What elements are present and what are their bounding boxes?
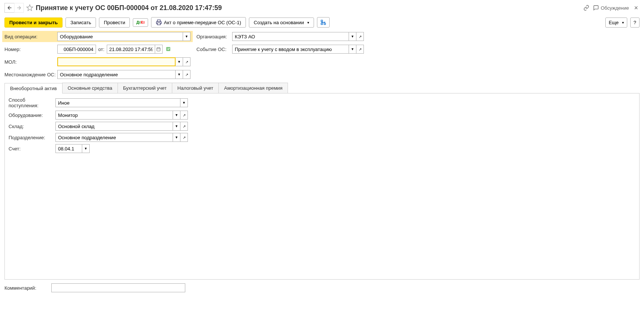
op-type-row: Вид операции: ▼: [2, 31, 193, 42]
org-open[interactable]: ↗: [356, 32, 364, 41]
equipment-row: Оборудование: ▼ ↗: [9, 111, 635, 120]
toolbar: Провести и закрыть Записать Провести ДтК…: [4, 17, 640, 28]
forward-button[interactable]: [14, 3, 24, 13]
department-row: Подразделение: ▼ ↗: [9, 133, 635, 142]
number-row: Номер: от:: [4, 45, 190, 54]
discussion-label: Обсуждение: [601, 5, 629, 11]
page-title: Принятие к учету ОС 00БП-000004 от 21.08…: [36, 4, 583, 12]
back-button[interactable]: [4, 3, 14, 13]
form-header-grid: Вид операции: ▼ Организация: ▼ ↗ Номер: …: [4, 32, 640, 79]
save-button[interactable]: Записать: [65, 18, 96, 28]
tab-depreciation-bonus[interactable]: Амортизационная премия: [218, 83, 288, 93]
account-label: Счет:: [9, 146, 55, 152]
help-button[interactable]: ?: [630, 18, 640, 28]
tab-non-current-asset[interactable]: Внеоборотный актив: [4, 83, 63, 93]
equipment-dropdown[interactable]: ▼: [173, 111, 180, 120]
mol-dropdown[interactable]: ▼: [176, 57, 183, 66]
equipment-input[interactable]: [55, 111, 173, 120]
event-dropdown[interactable]: ▼: [349, 45, 356, 54]
department-input[interactable]: [55, 133, 173, 142]
account-dropdown[interactable]: ▼: [82, 144, 90, 153]
org-input[interactable]: [232, 32, 349, 41]
op-type-input[interactable]: [57, 32, 183, 41]
date-input[interactable]: [107, 45, 155, 54]
number-input[interactable]: [57, 45, 96, 54]
warehouse-row: Склад: ▼ ↗: [9, 122, 635, 131]
link-icon: [583, 5, 589, 11]
event-row: Событие ОС: ▼ ↗: [196, 45, 364, 54]
location-input[interactable]: [57, 70, 176, 79]
svg-rect-1: [324, 23, 326, 25]
department-label: Подразделение:: [9, 135, 55, 140]
location-dropdown[interactable]: ▼: [176, 70, 183, 79]
number-label: Номер:: [4, 47, 57, 52]
create-based-button[interactable]: Создать на основании: [249, 18, 314, 28]
equipment-open[interactable]: ↗: [180, 111, 188, 120]
mol-input[interactable]: [57, 57, 176, 66]
calendar-icon: [156, 47, 161, 51]
post-button[interactable]: Провести: [99, 18, 130, 28]
warehouse-open[interactable]: ↗: [180, 122, 188, 131]
svg-rect-3: [157, 48, 160, 51]
comment-row: Комментарий:: [4, 283, 640, 292]
post-close-button[interactable]: Провести и закрыть: [4, 18, 63, 28]
receipt-mode-dropdown[interactable]: ▼: [180, 98, 188, 107]
close-button[interactable]: ×: [632, 4, 640, 12]
department-open[interactable]: ↗: [180, 133, 188, 142]
structure-button[interactable]: [317, 17, 330, 28]
op-type-label: Вид операции:: [4, 34, 57, 39]
posted-status-icon: [166, 46, 172, 52]
link-button[interactable]: [583, 5, 589, 11]
dt-kt-icon: ДтКт: [136, 20, 145, 25]
org-label: Организация:: [196, 34, 232, 39]
receipt-mode-label: Способ поступления:: [9, 97, 55, 108]
header-bar: Принятие к учету ОС 00БП-000004 от 21.08…: [4, 3, 640, 13]
equipment-label: Оборудование:: [9, 112, 55, 118]
arrow-left-icon: [7, 5, 13, 11]
tab-accounting[interactable]: Бухгалтерский учет: [118, 83, 172, 93]
receipt-mode-row: Способ поступления: ▼: [9, 97, 635, 108]
tab-tax-accounting[interactable]: Налоговый учет: [172, 83, 219, 93]
comment-label: Комментарий:: [4, 285, 51, 291]
arrow-right-icon: [16, 5, 22, 11]
warehouse-dropdown[interactable]: ▼: [173, 122, 180, 131]
warehouse-label: Склад:: [9, 124, 55, 129]
tab-fixed-assets[interactable]: Основные средства: [62, 83, 118, 93]
print-act-button[interactable]: Акт о приеме-передаче ОС (ОС-1): [151, 17, 246, 28]
svg-rect-4: [166, 47, 170, 51]
tab-content: Способ поступления: ▼ Оборудование: ▼ ↗ …: [4, 93, 640, 280]
location-row: Местонахождение ОС: ▼ ↗: [4, 70, 190, 79]
org-row: Организация: ▼ ↗: [196, 32, 364, 41]
dt-kt-button[interactable]: ДтКт: [133, 18, 148, 27]
event-input[interactable]: [232, 45, 349, 54]
op-type-dropdown[interactable]: ▼: [183, 32, 190, 41]
more-button[interactable]: Еще: [605, 18, 627, 28]
print-act-label: Акт о приеме-передаче ОС (ОС-1): [164, 20, 241, 25]
event-label: Событие ОС:: [196, 47, 232, 52]
account-input[interactable]: [55, 144, 82, 153]
event-open[interactable]: ↗: [356, 45, 364, 54]
status-icon-wrapper: [166, 46, 172, 53]
comment-input[interactable]: [51, 283, 185, 292]
svg-rect-2: [321, 23, 323, 25]
department-dropdown[interactable]: ▼: [173, 133, 180, 142]
calendar-button[interactable]: [155, 45, 163, 54]
mol-open[interactable]: ↗: [183, 57, 190, 66]
account-row: Счет: ▼: [9, 144, 635, 153]
mol-row: МОЛ: ▼ ↗: [4, 57, 190, 66]
from-label: от:: [98, 47, 105, 52]
printer-icon: [156, 19, 162, 25]
mol-label: МОЛ:: [4, 59, 57, 65]
location-label: Местонахождение ОС:: [4, 72, 57, 77]
warehouse-input[interactable]: [55, 122, 173, 131]
discussion-button[interactable]: Обсуждение: [593, 5, 629, 11]
location-open[interactable]: ↗: [183, 70, 190, 79]
receipt-mode-input[interactable]: [55, 98, 180, 107]
tabs-bar: Внеоборотный актив Основные средства Бух…: [4, 83, 640, 93]
header-actions: Обсуждение ×: [583, 4, 640, 12]
hierarchy-icon: [320, 19, 326, 25]
favorite-star-icon[interactable]: [26, 4, 33, 12]
svg-rect-0: [321, 20, 323, 22]
org-dropdown[interactable]: ▼: [349, 32, 356, 41]
chat-icon: [593, 5, 599, 11]
